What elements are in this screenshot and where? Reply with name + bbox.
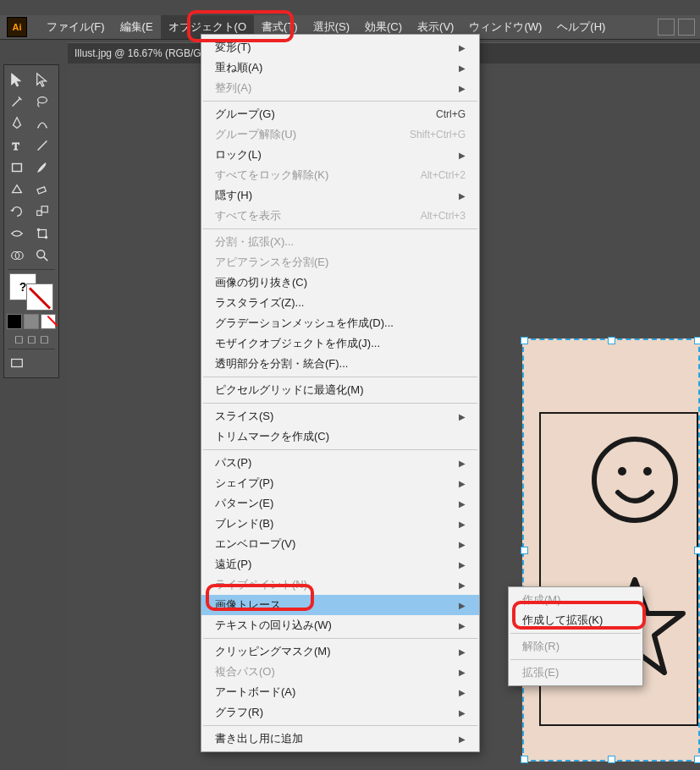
menu-align[interactable]: 整列(A)▶ (201, 78, 479, 98)
menu-gradient-mesh[interactable]: グラデーションメッシュを作成(D)... (201, 313, 479, 333)
menu-expand-appearance[interactable]: アピアランスを分割(E) (201, 252, 479, 272)
svg-point-8 (37, 228, 40, 231)
pen-tool-icon[interactable] (4, 113, 30, 135)
menu-crop-image[interactable]: 画像の切り抜き(C) (201, 272, 479, 293)
zoom-tool-icon[interactable] (30, 245, 55, 267)
menu-mosaic[interactable]: モザイクオブジェクトを作成(J)... (201, 333, 479, 354)
submenu-trace-expand[interactable]: 拡張(E) (509, 663, 642, 683)
line-tool-icon[interactable] (30, 135, 55, 157)
menu-blend[interactable]: ブレンド(B)▶ (201, 514, 479, 534)
menu-pixel-grid[interactable]: ピクセルグリッドに最適化(M) (201, 380, 479, 400)
menu-text-wrap[interactable]: テキストの回り込み(W)▶ (201, 615, 479, 635)
menu-rasterize[interactable]: ラスタライズ(Z)... (201, 293, 479, 313)
width-tool-icon[interactable] (4, 223, 30, 245)
menu-trim-marks[interactable]: トリムマークを作成(C) (201, 426, 479, 447)
color-mode-row[interactable] (4, 314, 58, 329)
rectangle-tool-icon[interactable] (4, 157, 30, 179)
menu-unlock-all[interactable]: すべてをロック解除(K)Alt+Ctrl+2 (201, 165, 479, 185)
menu-envelope[interactable]: エンベロープ(V)▶ (201, 534, 479, 554)
menu-perspective[interactable]: 遠近(P)▶ (201, 554, 479, 575)
menu-lock[interactable]: ロック(L)▶ (201, 145, 479, 165)
svg-line-13 (44, 257, 48, 261)
menu-live-paint[interactable]: ライブペイント(N)▶ (201, 575, 479, 595)
selection-tool-icon[interactable] (4, 69, 30, 91)
eraser-tool-icon[interactable] (30, 179, 55, 201)
stroke-swatch[interactable] (26, 283, 53, 311)
direct-selection-tool-icon[interactable] (30, 69, 55, 91)
menu-arrange[interactable]: 重ね順(A)▶ (201, 58, 479, 78)
document-tab[interactable]: Illust.jpg @ 16.67% (RGB/G (74, 47, 201, 59)
selection-handle[interactable] (694, 337, 700, 344)
selection-handle[interactable] (521, 756, 528, 763)
svg-point-0 (38, 97, 47, 103)
menu-path[interactable]: パス(P)▶ (201, 453, 479, 473)
image-trace-submenu: 作成(M) 作成して拡張(K) 解除(R) 拡張(E) (508, 586, 643, 686)
svg-line-2 (38, 141, 47, 151)
menu-pattern[interactable]: パターン(E)▶ (201, 493, 479, 514)
menu-ungroup[interactable]: グループ解除(U)Shift+Ctrl+G (201, 124, 479, 145)
scale-tool-icon[interactable] (30, 201, 55, 223)
selection-handle[interactable] (694, 756, 700, 763)
menu-graph[interactable]: グラフ(R)▶ (201, 702, 479, 723)
placed-image[interactable] (522, 338, 700, 762)
menu-shape[interactable]: シェイプ(P)▶ (201, 473, 479, 493)
draw-behind-icon[interactable]: ◻ (27, 333, 36, 345)
fill-stroke-swatches[interactable]: ? (8, 273, 55, 311)
svg-rect-6 (41, 206, 47, 212)
menu-collect-export[interactable]: 書き出し用に追加▶ (201, 729, 479, 749)
rotate-tool-icon[interactable] (4, 201, 30, 223)
draw-normal-icon[interactable]: ◻ (14, 333, 24, 345)
selection-handle[interactable] (608, 337, 615, 344)
svg-point-9 (45, 236, 47, 239)
magic-wand-tool-icon[interactable] (4, 91, 30, 113)
paintbrush-tool-icon[interactable] (30, 157, 55, 179)
svg-point-17 (643, 467, 652, 476)
menu-edit[interactable]: 編集(E (113, 15, 161, 39)
type-tool-icon[interactable]: T (4, 135, 30, 157)
menu-transform[interactable]: 変形(T)▶ (201, 37, 479, 58)
menu-flatten-transparency[interactable]: 透明部分を分割・統合(F)... (201, 354, 479, 374)
menu-show-all[interactable]: すべてを表示Alt+Ctrl+3 (201, 206, 479, 226)
submenu-trace-make[interactable]: 作成(M) (509, 590, 642, 610)
object-menu-dropdown: 変形(T)▶ 重ね順(A)▶ 整列(A)▶ グループ(G)Ctrl+G グループ… (201, 34, 480, 752)
menu-slice[interactable]: スライス(S)▶ (201, 406, 479, 426)
app-icon: Ai (7, 17, 27, 37)
shaper-tool-icon[interactable] (4, 179, 30, 201)
svg-rect-7 (39, 230, 47, 238)
selection-handle[interactable] (521, 547, 528, 554)
menu-clipping-mask[interactable]: クリッピングマスク(M)▶ (201, 641, 479, 662)
selection-handle[interactable] (694, 547, 700, 554)
tools-panel: T ? ◻ ◻ ◻ (3, 64, 59, 378)
svg-point-15 (594, 439, 675, 520)
lasso-tool-icon[interactable] (30, 91, 55, 113)
menu-expand[interactable]: 分割・拡張(X)... (201, 232, 479, 252)
submenu-trace-release[interactable]: 解除(R) (509, 636, 642, 657)
submenu-trace-make-expand[interactable]: 作成して拡張(K) (509, 610, 642, 630)
menu-group[interactable]: グループ(G)Ctrl+G (201, 104, 479, 124)
screen-mode-icon[interactable] (4, 352, 30, 374)
shape-builder-tool-icon[interactable] (4, 245, 30, 267)
svg-point-16 (618, 467, 626, 476)
svg-rect-3 (13, 164, 22, 172)
menu-hide[interactable]: 隠す(H)▶ (201, 185, 479, 206)
workspace-icons[interactable] (658, 19, 700, 36)
selection-handle[interactable] (608, 756, 615, 763)
color-black-icon[interactable] (7, 314, 22, 329)
free-transform-tool-icon[interactable] (30, 223, 55, 245)
svg-text:T: T (13, 140, 20, 152)
svg-point-12 (37, 250, 45, 258)
color-none-icon[interactable] (41, 314, 56, 329)
menu-file[interactable]: ファイル(F) (39, 15, 113, 39)
svg-rect-5 (37, 211, 41, 215)
menu-help[interactable]: ヘルプ(H) (549, 15, 613, 39)
menu-image-trace[interactable]: 画像トレース▶ (201, 595, 479, 615)
svg-rect-4 (37, 187, 46, 194)
smiley-drawing (588, 433, 681, 526)
menu-artboards[interactable]: アートボード(A)▶ (201, 682, 479, 702)
color-gradient-icon[interactable] (24, 314, 39, 329)
screen-mode-row[interactable]: ◻ ◻ ◻ (4, 333, 58, 345)
curvature-tool-icon[interactable] (30, 113, 55, 135)
svg-rect-14 (12, 360, 23, 367)
menu-compound-path[interactable]: 複合パス(O)▶ (201, 662, 479, 682)
selection-handle[interactable] (521, 337, 528, 344)
